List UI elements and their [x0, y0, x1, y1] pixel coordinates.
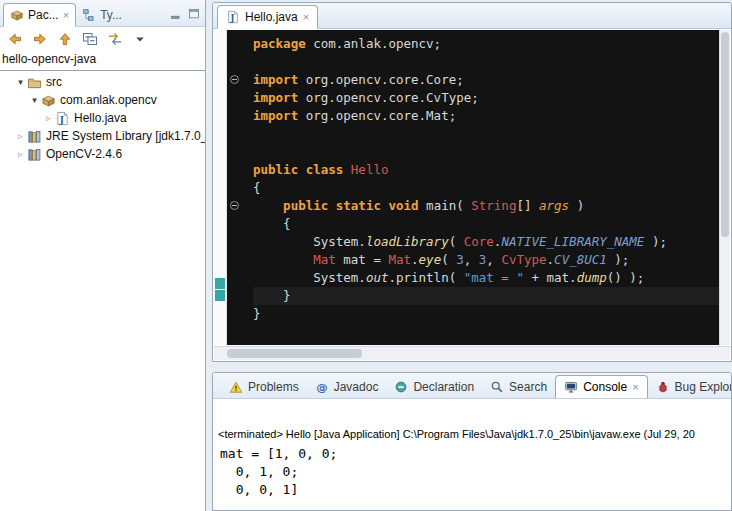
code-token: ( — [449, 234, 464, 249]
editor-tabbar: J Hello.java × — [213, 3, 731, 29]
code-token: System. — [253, 234, 366, 249]
view-tab-declaration[interactable]: Declaration — [386, 376, 482, 398]
up-button[interactable] — [57, 31, 73, 47]
console-icon — [564, 380, 578, 394]
fold-collapse-icon[interactable] — [230, 75, 239, 84]
code-token: mat = — [336, 252, 389, 267]
tab-package-explorer[interactable]: Pac... × — [3, 3, 76, 27]
package-explorer-view: Pac... × Ty... hello-opencv-java ▾src▾co… — [0, 0, 206, 511]
back-button[interactable] — [7, 31, 23, 47]
code-token: CV_8UC1 — [554, 252, 607, 267]
code-token — [343, 162, 351, 177]
code-line-1[interactable]: package com.anlak.opencv; — [253, 35, 719, 53]
maximize-icon[interactable] — [187, 7, 201, 21]
forward-button[interactable] — [32, 31, 48, 47]
code-editor[interactable]: package com.anlak.opencv;import org.open… — [227, 30, 719, 345]
collapse-arrow-icon[interactable]: ▾ — [28, 95, 41, 105]
project-root-label[interactable]: hello-opencv-java — [0, 50, 205, 69]
code-token: import — [253, 72, 298, 87]
expand-arrow-icon[interactable]: ▹ — [14, 131, 27, 141]
editor-tab-hello-java[interactable]: J Hello.java × — [217, 5, 318, 29]
close-icon[interactable]: × — [63, 10, 69, 21]
view-tab-problems[interactable]: Problems — [221, 376, 307, 398]
code-line-3[interactable]: import org.opencv.core.Core; — [253, 71, 719, 89]
javadoc-icon: @ — [315, 380, 329, 394]
code-token: System. — [253, 270, 366, 285]
code-line-5[interactable]: import org.opencv.core.Mat; — [253, 107, 719, 125]
code-line-2[interactable] — [253, 53, 719, 71]
tab-type-hierarchy[interactable]: Ty... — [76, 4, 128, 26]
code-content: package com.anlak.opencv;import org.open… — [244, 30, 719, 345]
tab-type-hierarchy-label: Ty... — [100, 8, 122, 22]
tree-item-com-anlak-opencv[interactable]: ▾com.anlak.opencv — [0, 91, 205, 109]
view-menu-button[interactable] — [132, 31, 148, 47]
code-token: Hello — [351, 162, 389, 177]
vertical-scrollbar[interactable] — [719, 30, 730, 345]
code-token: } — [253, 288, 291, 303]
view-tab-console[interactable]: Console× — [555, 375, 647, 399]
library-icon — [27, 129, 42, 144]
view-tab-label: Problems — [248, 380, 299, 394]
view-tab-javadoc[interactable]: @Javadoc — [307, 376, 387, 398]
code-token: public static void — [283, 198, 418, 213]
code-token: , — [464, 252, 479, 267]
view-tab-search[interactable]: Search — [482, 376, 555, 398]
tree-item-src[interactable]: ▾src — [0, 73, 205, 91]
code-token: .println( — [388, 270, 463, 285]
tree-item-jre-system-library-jdk1-7-0-25[interactable]: ▹JRE System Library [jdk1.7.0_25] — [0, 127, 205, 145]
left-view-tabbar: Pac... × Ty... — [0, 0, 205, 27]
code-line-14[interactable]: System.out.println( "mat = " + mat.dump(… — [253, 269, 719, 287]
code-token: org.opencv.core.CvType; — [298, 90, 479, 105]
code-token: import — [253, 90, 298, 105]
search-icon — [490, 380, 504, 394]
expand-arrow-icon[interactable]: ▹ — [42, 113, 55, 123]
code-line-13[interactable]: Mat mat = Mat.eye( 3, 3, CvType.CV_8UC1 … — [253, 251, 719, 269]
expand-arrow-icon[interactable]: ▹ — [14, 149, 27, 159]
annotation-ruler[interactable] — [214, 30, 227, 345]
console-view[interactable]: <terminated> Hello [Java Application] C:… — [214, 399, 730, 509]
collapse-all-button[interactable] — [82, 31, 98, 47]
code-token: Core — [464, 234, 494, 249]
scrollbar-thumb[interactable] — [721, 32, 729, 237]
code-token: org.opencv.core.Mat; — [298, 108, 456, 123]
library-icon — [27, 147, 42, 162]
tree-item-opencv-2-4-6[interactable]: ▹OpenCV-2.4.6 — [0, 145, 205, 163]
tree-item-label: JRE System Library [jdk1.7.0_25] — [46, 129, 205, 143]
svg-text:J: J — [229, 13, 234, 23]
tree-item-label: src — [46, 75, 62, 89]
view-tab-label: Search — [509, 380, 547, 394]
horizontal-scrollbar[interactable] — [214, 346, 730, 360]
code-token: package — [253, 36, 306, 51]
code-line-6[interactable] — [253, 125, 719, 143]
link-with-editor-button[interactable] — [107, 31, 123, 47]
code-line-7[interactable] — [253, 143, 719, 161]
code-token: } — [253, 306, 261, 321]
package-explorer-icon — [10, 8, 24, 22]
code-line-8[interactable]: public class Hello — [253, 161, 719, 179]
collapse-arrow-icon[interactable]: ▾ — [14, 77, 27, 87]
minimize-icon[interactable] — [169, 7, 183, 21]
tree-item-label: Hello.java — [74, 111, 127, 125]
code-line-15[interactable]: } — [253, 287, 719, 305]
view-tab-bug-explorer[interactable]: Bug Explorer — [648, 376, 731, 398]
tab-package-explorer-label: Pac... — [28, 8, 59, 22]
code-token: ) — [569, 198, 584, 213]
code-line-4[interactable]: import org.opencv.core.CvType; — [253, 89, 719, 107]
code-token: Mat — [313, 252, 336, 267]
type-hierarchy-icon — [82, 8, 96, 22]
code-line-11[interactable]: { — [253, 215, 719, 233]
fold-collapse-icon[interactable] — [230, 201, 239, 210]
close-icon[interactable]: × — [303, 12, 309, 23]
occurrence-annotation — [215, 278, 225, 289]
code-token: 3 — [456, 252, 464, 267]
tree-item-hello-java[interactable]: ▹JHello.java — [0, 109, 205, 127]
console-output: mat = [1, 0, 0; 0, 1, 0; 0, 0, 1] — [220, 445, 730, 499]
code-token: { — [253, 216, 291, 231]
scrollbar-thumb[interactable] — [227, 349, 362, 358]
code-line-10[interactable]: public static void main( String[] args ) — [253, 197, 719, 215]
code-line-16[interactable]: } — [253, 305, 719, 323]
code-line-9[interactable]: { — [253, 179, 719, 197]
code-token: + mat. — [524, 270, 577, 285]
code-line-12[interactable]: System.loadLibrary( Core.NATIVE_LIBRARY_… — [253, 233, 719, 251]
close-icon[interactable]: × — [632, 382, 638, 393]
